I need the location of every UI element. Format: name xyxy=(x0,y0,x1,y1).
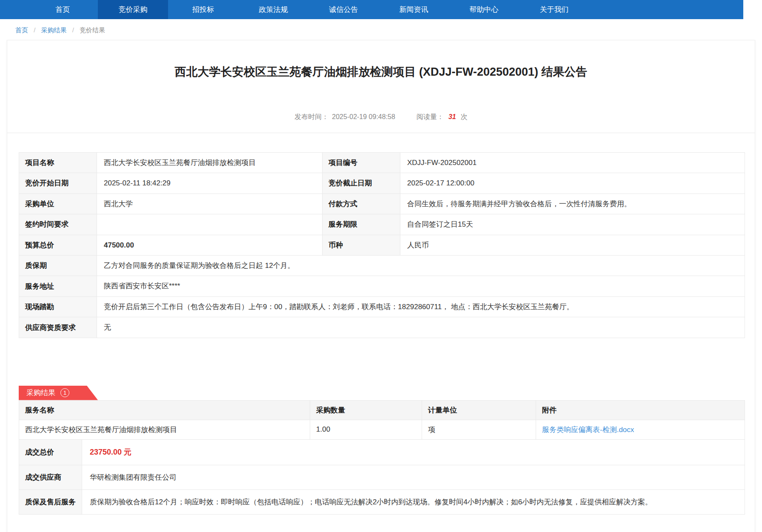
deal-total-value: 23750.00 xyxy=(90,448,122,456)
warranty-period-value: 乙方对合同服务的质量保证期为验收合格后之日起 12个月。 xyxy=(97,255,745,276)
nav-item-help-center[interactable]: 帮助中心 xyxy=(449,0,519,19)
views-count: 31 xyxy=(448,113,456,120)
table-row: 质保及售后服务 质保期为验收合格后12个月；响应时效：即时响应（包括电话响应）；… xyxy=(19,489,745,514)
views-label: 阅读量： xyxy=(417,113,444,120)
project-code-value: XDJJ-FW-202502001 xyxy=(400,152,745,173)
col-service-name: 服务名称 xyxy=(19,400,310,420)
site-visit-value: 竞价开启后第三个工作日（包含公告发布日）上午9：00，踏勘联系人：刘老师，联系电… xyxy=(97,296,745,317)
unit-value: 项 xyxy=(422,420,536,439)
service-period-value: 自合同签订之日15天 xyxy=(400,214,745,235)
project-detail-table: 项目名称 西北大学长安校区玉兰苑餐厅油烟排放检测项目 项目编号 XDJJ-FW-… xyxy=(19,152,745,338)
col-unit: 计量单位 xyxy=(422,400,536,420)
top-navigation: 首页 竞价采购 招投标 政策法规 诚信公告 新闻资讯 帮助中心 关于我们 xyxy=(0,0,743,19)
procurement-result-badge-label: 采购结果 xyxy=(26,388,55,398)
payment-label: 付款方式 xyxy=(322,193,400,214)
result-table: 服务名称 采购数量 计量单位 附件 西北大学长安校区玉兰苑餐厅油烟排放检测项目 … xyxy=(19,400,745,440)
publish-time-label: 发布时间： xyxy=(294,113,328,120)
end-date-label: 竞价截止日期 xyxy=(322,173,400,193)
nav-item-integrity-notices[interactable]: 诚信公告 xyxy=(308,0,379,19)
currency-label: 币种 xyxy=(322,235,400,255)
table-row: 采购单位 西北大学 付款方式 合同生效后，待服务期满并经甲方验收合格后，一次性付… xyxy=(19,193,745,214)
project-name-value: 西北大学长安校区玉兰苑餐厅油烟排放检测项目 xyxy=(97,152,322,173)
warranty-period-label: 质保期 xyxy=(19,255,97,276)
service-name-value: 西北大学长安校区玉兰苑餐厅油烟排放检测项目 xyxy=(19,420,310,439)
nav-item-news[interactable]: 新闻资讯 xyxy=(379,0,449,19)
publish-time-value: 2025-02-19 09:48:58 xyxy=(332,113,395,120)
table-row: 西北大学长安校区玉兰苑餐厅油烟排放检测项目 1.00 项 服务类响应偏离表-检测… xyxy=(19,420,745,439)
budget-value: 47500.00 xyxy=(97,235,322,255)
service-period-label: 服务期限 xyxy=(322,214,400,235)
start-date-label: 竞价开始日期 xyxy=(19,173,97,193)
views-unit: 次 xyxy=(461,113,468,120)
sign-time-label: 签约时间要求 xyxy=(19,214,97,235)
project-name-label: 项目名称 xyxy=(19,152,97,173)
nav-item-tenders[interactable]: 招投标 xyxy=(168,0,238,19)
end-date-value: 2025-02-17 12:00:00 xyxy=(400,173,745,193)
deal-supplier-value: 华研检测集团有限责任公司 xyxy=(82,465,745,489)
currency-value: 人民币 xyxy=(400,235,745,255)
service-address-label: 服务地址 xyxy=(19,276,97,296)
announcement-card: 西北大学长安校区玉兰苑餐厅油烟排放检测项目 (XDJJ-FW-202502001… xyxy=(7,40,755,532)
qualification-value: 无 xyxy=(97,317,745,338)
quantity-value: 1.00 xyxy=(310,420,422,439)
sign-time-value xyxy=(97,214,322,235)
procurement-result-badge: 采购结果 1 xyxy=(19,386,98,400)
breadcrumb: 首页 / 采购结果 / 竞价结果 xyxy=(0,19,762,40)
publish-info-line: 发布时间：2025-02-19 09:48:58阅读量：31次 xyxy=(7,113,755,122)
after-sale-value: 质保期为验收合格后12个月；响应时效：即时响应（包括电话响应）；电话响应无法解决… xyxy=(82,489,745,514)
breadcrumb-home-link[interactable]: 首页 xyxy=(15,26,28,34)
qualification-label: 供应商资质要求 xyxy=(19,317,97,338)
service-address-value: 陕西省西安市长安区**** xyxy=(97,276,745,296)
table-row: 现场踏勘 竞价开启后第三个工作日（包含公告发布日）上午9：00，踏勘联系人：刘老… xyxy=(19,296,745,317)
deal-supplier-label: 成交供应商 xyxy=(19,465,82,489)
table-row: 成交总价 23750.00 元 xyxy=(19,439,745,465)
table-row: 质保期 乙方对合同服务的质量保证期为验收合格后之日起 12个月。 xyxy=(19,255,745,276)
purchaser-label: 采购单位 xyxy=(19,193,97,214)
table-row: 供应商资质要求 无 xyxy=(19,317,745,338)
breadcrumb-separator: / xyxy=(72,26,74,34)
breadcrumb-section-link[interactable]: 采购结果 xyxy=(41,26,67,34)
nav-item-bidding-purchase[interactable]: 竞价采购 xyxy=(98,0,168,19)
deal-total-label: 成交总价 xyxy=(19,439,82,465)
table-row: 签约时间要求 服务期限 自合同签订之日15天 xyxy=(19,214,745,235)
table-row: 预算总价 47500.00 币种 人民币 xyxy=(19,235,745,255)
breadcrumb-current: 竞价结果 xyxy=(80,26,105,34)
nav-item-home[interactable]: 首页 xyxy=(28,0,98,19)
deal-total-unit: 元 xyxy=(124,448,131,456)
nav-item-about-us[interactable]: 关于我们 xyxy=(519,0,589,19)
attachment-link[interactable]: 服务类响应偏离表-检测.docx xyxy=(542,426,634,434)
procurement-result-count: 1 xyxy=(60,388,69,397)
payment-value: 合同生效后，待服务期满并经甲方验收合格后，一次性付清服务费用。 xyxy=(400,193,745,214)
table-row: 服务地址 陕西省西安市长安区**** xyxy=(19,276,745,296)
budget-label: 预算总价 xyxy=(19,235,97,255)
start-date-value: 2025-02-11 18:42:29 xyxy=(97,173,322,193)
table-row: 竞价开始日期 2025-02-11 18:42:29 竞价截止日期 2025-0… xyxy=(19,173,745,193)
nav-item-policies[interactable]: 政策法规 xyxy=(238,0,308,19)
purchaser-value: 西北大学 xyxy=(97,193,322,214)
title-divider xyxy=(7,133,755,133)
col-quantity: 采购数量 xyxy=(310,400,422,420)
col-attachment: 附件 xyxy=(536,400,745,420)
deal-summary-table: 成交总价 23750.00 元 成交供应商 华研检测集团有限责任公司 质保及售后… xyxy=(19,439,745,515)
table-header-row: 服务名称 采购数量 计量单位 附件 xyxy=(19,400,745,420)
after-sale-label: 质保及售后服务 xyxy=(19,489,82,514)
site-visit-label: 现场踏勘 xyxy=(19,296,97,317)
table-row: 项目名称 西北大学长安校区玉兰苑餐厅油烟排放检测项目 项目编号 XDJJ-FW-… xyxy=(19,152,745,173)
breadcrumb-separator: / xyxy=(34,26,35,34)
table-row: 成交供应商 华研检测集团有限责任公司 xyxy=(19,465,745,489)
page-title: 西北大学长安校区玉兰苑餐厅油烟排放检测项目 (XDJJ-FW-202502001… xyxy=(41,64,721,80)
project-code-label: 项目编号 xyxy=(322,152,400,173)
